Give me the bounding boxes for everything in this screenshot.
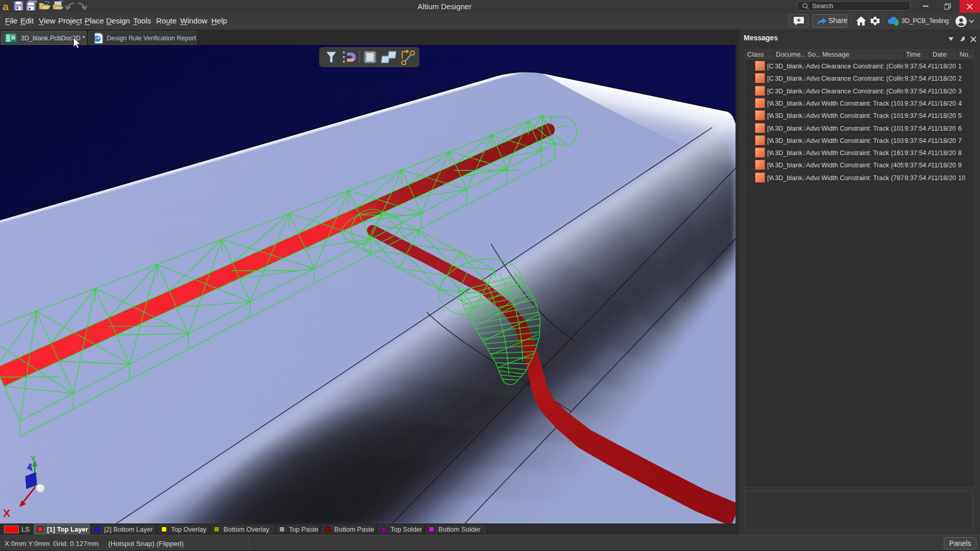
svg-text:Y: Y bbox=[31, 454, 36, 463]
svg-text:X: X bbox=[3, 507, 10, 519]
svg-text:Z: Z bbox=[28, 462, 32, 470]
